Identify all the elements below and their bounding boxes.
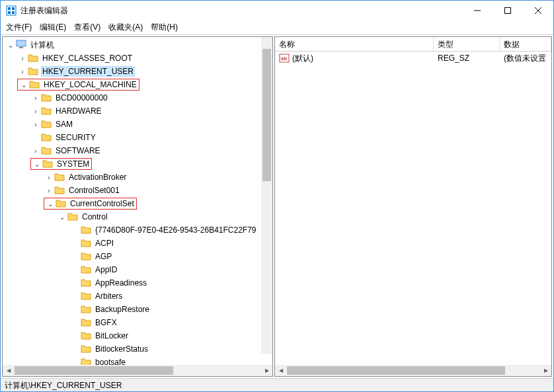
tree-item-acpi[interactable]: ACPI (3, 237, 272, 250)
tree-label: ACPI (94, 238, 115, 249)
value-name: (默认) (292, 53, 313, 64)
expander-icon[interactable]: ⌄ (19, 79, 29, 90)
maximize-button[interactable] (493, 1, 523, 20)
list-body[interactable]: ab (默认) REG_SZ (数值未设置 (275, 52, 551, 365)
folder-icon (56, 198, 66, 209)
tree-item-hardware[interactable]: › HARDWARE (3, 104, 272, 118)
tree-label: bootsafe (94, 357, 127, 365)
svg-rect-4 (12, 11, 15, 14)
tree-label: Control (81, 212, 109, 222)
scroll-left-arrow-icon[interactable]: ◀ (3, 365, 14, 376)
expander-icon[interactable]: › (30, 145, 41, 156)
tree-label: 计算机 (29, 39, 56, 52)
tree-item-appreadiness[interactable]: AppReadiness (3, 276, 272, 290)
tree-item-system[interactable]: ⌄ SYSTEM (3, 157, 272, 171)
tree-item-security[interactable]: SECURITY (3, 131, 272, 144)
tree-item-cs001[interactable]: › ControlSet001 (3, 184, 272, 197)
tree-item-arbiters[interactable]: Arbiters (3, 290, 272, 303)
expander-icon[interactable]: › (30, 93, 41, 103)
tree-item-agp[interactable]: AGP (3, 250, 272, 263)
titlebar: 注册表编辑器 (1, 1, 553, 20)
menu-help[interactable]: 帮助(H) (151, 22, 178, 33)
tree-label: AppID (94, 264, 118, 275)
scroll-right-arrow-icon[interactable]: ▶ (261, 365, 272, 376)
tree-item-software[interactable]: › SOFTWARE (3, 144, 272, 157)
tree-item-activation[interactable]: › ActivationBroker (3, 171, 272, 184)
tree-item-bitlockerstatus[interactable]: BitlockerStatus (3, 342, 272, 356)
expander-icon[interactable]: ⌄ (32, 159, 42, 169)
minimize-button[interactable] (462, 1, 493, 20)
tree-item-hklm[interactable]: ⌄ HKEY_LOCAL_MACHINE (3, 78, 272, 91)
statusbar: 计算机\HKEY_CURRENT_USER (1, 378, 553, 391)
horizontal-scrollbar-left[interactable]: ◀ ▶ (3, 365, 272, 376)
scrollbar-thumb[interactable] (287, 366, 505, 375)
registry-tree[interactable]: ⌄ 计算机 › HKEY_CLASSES_ROOT › HKEY_CURRENT… (3, 37, 272, 365)
tree-label: SOFTWARE (54, 145, 102, 156)
scroll-right-arrow-icon[interactable]: ▶ (540, 365, 551, 376)
tree-item-bgfx[interactable]: BGFX (3, 316, 272, 329)
folder-icon (81, 317, 91, 328)
tree-item-appid[interactable]: AppID (3, 263, 272, 276)
values-pane: 名称 类型 数据 ab (默认) REG_SZ (数值未设置 ◀ ▶ (274, 36, 552, 377)
tree-label: AppReadiness (94, 278, 148, 288)
computer-icon (16, 40, 26, 50)
close-button[interactable] (523, 1, 553, 20)
folder-icon (81, 278, 91, 288)
vertical-scrollbar[interactable] (261, 37, 272, 354)
tree-label: ControlSet001 (67, 185, 121, 196)
svg-rect-3 (8, 11, 11, 14)
highlight-annotation: ⌄ CurrentControlSet (44, 198, 137, 210)
tree-item-hkcr[interactable]: › HKEY_CLASSES_ROOT (3, 52, 272, 65)
folder-icon (81, 304, 91, 315)
tree-label: BCD00000000 (54, 93, 109, 103)
tree-item-backuprestore[interactable]: BackupRestore (3, 303, 272, 316)
tree-pane: ⌄ 计算机 › HKEY_CLASSES_ROOT › HKEY_CURRENT… (2, 36, 273, 377)
scroll-left-arrow-icon[interactable]: ◀ (275, 365, 286, 376)
column-header-data[interactable]: 数据 (500, 37, 551, 51)
folder-icon (41, 119, 52, 130)
tree-item-sam[interactable]: › SAM (3, 118, 272, 131)
tree-label: SECURITY (54, 132, 97, 143)
expander-icon[interactable]: ⌄ (5, 40, 16, 50)
expander-icon[interactable]: › (17, 53, 28, 63)
tree-item-bcd[interactable]: › BCD00000000 (3, 91, 272, 104)
expander-icon[interactable]: › (30, 119, 41, 130)
expander-icon[interactable]: ⌄ (57, 212, 67, 222)
scrollbar-thumb[interactable] (15, 366, 173, 375)
menu-edit[interactable]: 编辑(E) (40, 22, 66, 33)
tree-item-guid[interactable]: {7746D80F-97E0-4E26-9543-26B41FC22F79 (3, 223, 272, 237)
svg-rect-1 (8, 7, 11, 10)
column-header-type[interactable]: 类型 (434, 37, 500, 51)
highlight-annotation: ⌄ HKEY_LOCAL_MACHINE (17, 79, 139, 91)
menu-favorites[interactable]: 收藏夹(A) (108, 22, 143, 33)
tree-item-bitlocker[interactable]: BitLocker (3, 329, 272, 342)
tree-item-hkcu[interactable]: › HKEY_CURRENT_USER (3, 65, 272, 78)
folder-icon (81, 251, 91, 262)
list-header: 名称 类型 数据 (275, 37, 551, 52)
value-type: REG_SZ (434, 54, 500, 63)
horizontal-scrollbar-right[interactable]: ◀ ▶ (275, 365, 551, 376)
column-header-name[interactable]: 名称 (275, 37, 434, 51)
folder-icon (81, 291, 91, 301)
expander-icon[interactable]: ⌄ (45, 198, 56, 209)
tree-item-computer[interactable]: ⌄ 计算机 (3, 38, 272, 52)
list-row[interactable]: ab (默认) REG_SZ (数值未设置 (275, 52, 551, 65)
folder-icon (54, 185, 65, 196)
window-controls (462, 1, 553, 20)
expander-icon[interactable]: › (44, 185, 54, 196)
menu-view[interactable]: 查看(V) (74, 22, 100, 33)
folder-icon (41, 93, 52, 103)
tree-item-ccs[interactable]: ⌄ CurrentControlSet (3, 197, 272, 210)
tree-item-control[interactable]: ⌄ Control (3, 210, 272, 223)
tree-item-bootsafe[interactable]: bootsafe (3, 356, 272, 365)
expander-icon[interactable]: › (17, 66, 28, 77)
expander-icon[interactable]: › (44, 172, 54, 182)
folder-icon (81, 357, 91, 365)
scrollbar-thumb[interactable] (262, 49, 271, 181)
expander-icon[interactable]: › (30, 106, 41, 116)
tree-label: HKEY_LOCAL_MACHINE (42, 79, 138, 90)
folder-icon (41, 106, 52, 116)
tree-label: Arbiters (94, 291, 124, 301)
menu-file[interactable]: 文件(F) (6, 22, 32, 33)
highlight-annotation: ⌄ SYSTEM (30, 158, 92, 170)
